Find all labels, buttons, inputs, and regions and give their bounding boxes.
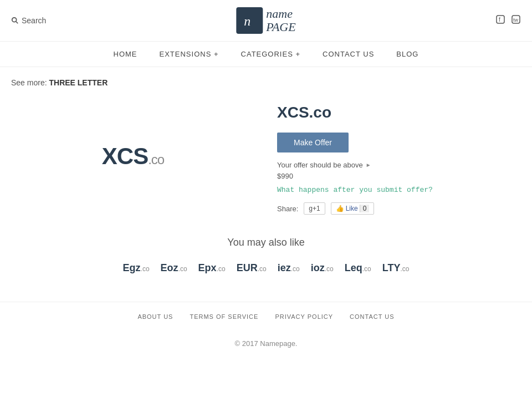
nav-contact[interactable]: CONTACT US [323,50,374,58]
svg-line-1 [16,22,18,24]
domain-name-0: Egz [123,262,141,273]
share-label: Share: [277,205,298,213]
logo-name: name [266,7,295,21]
offer-hint: Your offer should be above ► [277,161,521,169]
also-like-section: You may also like Egz.co Eoz.co Epx.co E… [11,237,521,274]
logo-svg: n [241,12,258,29]
domain-info: XCS.co Make Offer Your offer should be a… [277,98,521,215]
list-item[interactable]: EUR.co [237,262,267,274]
what-happens-link[interactable]: What happens after you submit offer? [277,186,521,194]
footer-contact[interactable]: CONTACT US [350,313,395,320]
list-item[interactable]: ioz.co [311,262,334,274]
social-links: f tw [454,14,521,27]
main-content: See more: THREE LETTER XCS.co XCS.co Mak… [0,67,532,302]
fb-like-label: Like [346,205,358,212]
header: Search n name PAGE f tw [0,0,532,42]
fb-count: 0 [360,205,370,212]
also-like-domains: Egz.co Eoz.co Epx.co EUR.co iez.co ioz.c… [11,262,521,274]
domain-name-2: Epx [198,262,217,273]
domain-name-5: ioz [311,262,325,273]
list-item[interactable]: iez.co [278,262,300,274]
breadcrumb: See more: THREE LETTER [11,78,521,87]
domain-logo-display: XCS.co [102,143,164,170]
footer-terms[interactable]: TERMS OF SERVICE [190,313,258,320]
offer-price: $990 [277,172,521,180]
search-label: Search [22,16,46,25]
google-plus-button[interactable]: g+1 [304,202,325,215]
svg-rect-3 [497,16,504,23]
footer-copyright: © 2017 Namepage. [0,331,532,356]
nav-home[interactable]: HOME [114,50,137,58]
facebook-like-button[interactable]: 👍 Like 0 [331,202,375,215]
svg-point-0 [12,18,17,22]
domain-name-6: Leq [345,262,362,273]
svg-text:tw: tw [513,17,519,23]
footer-about[interactable]: ABOUT US [137,313,173,320]
nav-extensions[interactable]: EXTENSIONS + [160,50,219,58]
domain-logo-ext: .co [148,152,164,167]
nav-categories[interactable]: CATEGORIES + [241,50,300,58]
domain-name-1: Eoz [161,262,178,273]
list-item[interactable]: Epx.co [198,262,226,274]
copyright-brand[interactable]: Namepage. [260,339,297,348]
main-nav: HOME EXTENSIONS + CATEGORIES + CONTACT U… [0,42,532,67]
search-icon [11,17,19,24]
svg-text:n: n [244,14,250,28]
svg-text:f: f [499,17,500,23]
logo-text: name PAGE [266,7,295,34]
list-item[interactable]: Eoz.co [161,262,187,274]
list-item[interactable]: Leq.co [345,262,371,274]
site-logo[interactable]: n name PAGE [236,7,295,34]
domain-name-7: LTY [382,262,401,273]
domain-title: XCS.co [277,104,521,121]
facebook-icon[interactable]: f [495,14,505,27]
search-button[interactable]: Search [11,16,78,25]
offer-arrow-icon: ► [366,162,371,168]
list-item[interactable]: LTY.co [382,262,410,274]
domain-section: XCS.co XCS.co Make Offer Your offer shou… [11,98,521,215]
see-more-link[interactable]: THREE LETTER [49,78,108,87]
list-item[interactable]: Egz.co [123,262,150,274]
nav-blog[interactable]: BLOG [396,50,418,58]
footer-links: ABOUT US TERMS OF SERVICE PRIVACY POLICY… [0,302,532,331]
twitter-icon[interactable]: tw [511,14,521,27]
domain-name-4: iez [278,262,291,273]
see-more-prefix: See more: [11,78,47,87]
footer-privacy[interactable]: PRIVACY POLICY [275,313,333,320]
also-like-title: You may also like [11,237,521,248]
domain-logo-area: XCS.co [11,98,255,215]
make-offer-button[interactable]: Make Offer [277,133,349,152]
share-section: Share: g+1 👍 Like 0 [277,202,521,215]
domain-logo-name: XCS [102,143,148,169]
copyright-year: © 2017 [235,339,258,348]
domain-name-3: EUR [237,262,258,273]
logo-icon: n [236,7,263,34]
thumbs-up-icon: 👍 [336,205,344,212]
logo-page: PAGE [266,21,295,34]
